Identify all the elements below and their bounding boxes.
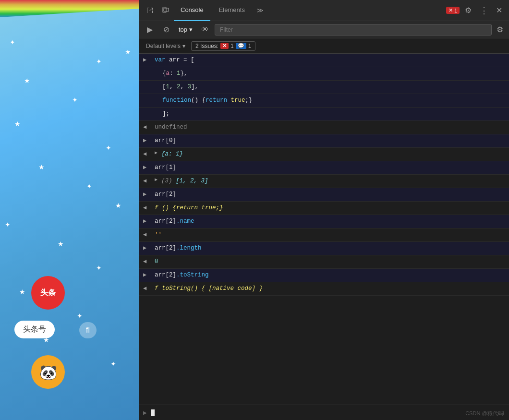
toutiao-label-pill[interactable]: 头条号	[14, 321, 55, 338]
star-decoration: ★	[58, 240, 64, 248]
console-input-arr0[interactable]: ▶ arr[0]	[139, 134, 509, 148]
console-output-arr2tostring: ◀ f toString() { [native code] }	[139, 282, 509, 296]
console-output-undefined: ◀ undefined	[139, 121, 509, 134]
devtools-console-toolbar: ▶ ⊘ top ▾ 👁 ⚙	[139, 21, 509, 38]
star-decoration: ✦	[10, 38, 15, 46]
context-value: top	[179, 26, 187, 33]
watermark: CSDN @猿代码i	[465, 410, 504, 417]
expand-array-icon[interactable]: ▶	[155, 176, 160, 182]
output-arrow: ◀	[143, 230, 153, 240]
output-arrow: ◀	[143, 284, 153, 293]
right-partial-label: fl	[79, 322, 97, 338]
devtools-tab-bar: Console Elements ≫ ✕ 1 ⚙ ⋮ ✕	[139, 0, 509, 21]
output-arrow: ◀	[143, 122, 153, 132]
inspect-element-icon[interactable]	[143, 4, 157, 17]
input-arrow: ▶	[143, 270, 153, 280]
input-arrow: ▶	[143, 136, 153, 145]
input-arrow: ▶	[143, 190, 153, 199]
console-output-arr2: ◀ f () {return true;}	[139, 202, 509, 215]
browser-page: ✦ ✦ ★ ✦ ★ ✦ ★ ✦ ★ ✦ ★ ✦ ★ ✦ ★ ✦ ★ 头条 头条号…	[0, 0, 139, 420]
context-selector[interactable]: top ▾	[176, 25, 195, 34]
star-decoration: ★	[125, 48, 131, 56]
toutiao-icon-text: 头条	[40, 288, 56, 298]
console-output-arr0[interactable]: ◀ ▶ {a: 1}	[139, 148, 509, 161]
issues-warn-icon: 💬	[236, 43, 246, 49]
eye-icon: 👁	[201, 25, 209, 34]
console-input-array: [1, 2, 3],	[139, 81, 509, 94]
expand-object-icon[interactable]: ▶	[155, 149, 160, 155]
console-input-obj: {a: 1},	[139, 67, 509, 81]
console-input-arr1[interactable]: ▶ arr[1]	[139, 161, 509, 175]
issues-label: 2 Issues:	[195, 43, 218, 49]
console-cursor	[151, 409, 155, 416]
chevron-right-icon: ≫	[257, 7, 264, 14]
console-output-arr2name: ◀ ''	[139, 228, 509, 242]
console-settings-icon[interactable]: ⚙	[495, 24, 505, 35]
clear-console-button[interactable]: ⊘	[159, 23, 173, 36]
toutiao-app-icon[interactable]: 头条	[31, 276, 65, 310]
output-arrow: ◀	[143, 203, 153, 213]
output-arrow: ◀	[143, 149, 153, 159]
console-input-close: ];	[139, 108, 509, 121]
console-input-function: function() {return true;}	[139, 94, 509, 108]
devtools-panel: Console Elements ≫ ✕ 1 ⚙ ⋮ ✕ ▶	[139, 0, 509, 420]
devtools-levels-toolbar: Default levels ▾ 2 Issues: ✕ 1 💬 1	[139, 38, 509, 54]
output-arrow: ◀	[143, 176, 153, 186]
issues-badge[interactable]: 2 Issues: ✕ 1 💬 1	[191, 41, 255, 51]
dropdown-arrow-icon: ▾	[189, 26, 193, 33]
more-options-button[interactable]: ⋮	[477, 5, 491, 16]
console-input-arr2name[interactable]: ▶ arr[2].name	[139, 215, 509, 228]
star-decoration: ★	[14, 120, 21, 128]
tab-console[interactable]: Console	[174, 0, 210, 21]
console-input-arr2length[interactable]: ▶ arr[2].length	[139, 242, 509, 255]
console-output-arr1[interactable]: ◀ ▶ (3) [1, 2, 3]	[139, 175, 509, 188]
star-decoration: ✦	[86, 182, 92, 190]
error-count-badge[interactable]: ✕ 1	[446, 7, 460, 14]
settings-icon[interactable]: ⚙	[461, 4, 475, 17]
input-arrow: ▶	[143, 216, 153, 226]
console-input-arr2tostring[interactable]: ▶ arr[2].toString	[139, 269, 509, 282]
star-decoration: ★	[24, 77, 30, 84]
issues-error-count: 1	[230, 43, 234, 49]
close-devtools-button[interactable]: ✕	[493, 6, 505, 15]
issues-error-icon: ✕	[220, 43, 229, 49]
star-decoration: ✦	[77, 312, 83, 320]
console-output-arr2length: ◀ 0	[139, 255, 509, 269]
device-toggle-icon[interactable]	[158, 4, 172, 17]
devtools-content: Console Elements ≫ ✕ 1 ⚙ ⋮ ✕ ▶	[139, 0, 509, 420]
levels-dropdown-icon: ▾	[182, 43, 185, 49]
console-input-arr2[interactable]: ▶ arr[2]	[139, 188, 509, 202]
star-decoration: ✦	[106, 144, 111, 152]
sidebar-toggle-button[interactable]: ▶	[143, 23, 157, 36]
star-decoration: ✦	[5, 221, 11, 228]
error-x-icon: ✕	[448, 7, 453, 13]
tab-elements[interactable]: Elements	[212, 0, 252, 21]
input-arrow: ▶	[143, 163, 153, 172]
star-decoration: ★	[19, 288, 25, 296]
console-output-area: ▶ var arr = [ {a: 1}, [1, 2, 3], functio…	[139, 54, 509, 405]
block-icon: ⊘	[163, 25, 170, 34]
console-prompt-symbol: ▶	[143, 409, 147, 416]
input-arrow: ▶	[143, 243, 153, 253]
console-input-area[interactable]: ▶	[139, 405, 509, 420]
console-input-arr-decl[interactable]: ▶ var arr = [	[139, 54, 509, 67]
levels-label: Default levels	[146, 43, 181, 49]
mascot-app-icon[interactable]: 🐼	[31, 355, 65, 389]
star-decoration: ✦	[96, 58, 102, 65]
more-tabs-icon[interactable]: ≫	[254, 4, 267, 17]
star-decoration: ✦	[72, 96, 78, 104]
output-arrow: ◀	[143, 257, 153, 266]
star-decoration: ✦	[110, 360, 116, 368]
eye-icon-button[interactable]: 👁	[198, 23, 212, 36]
star-decoration: ★	[38, 163, 45, 171]
sidebar-arrow-icon: ▶	[147, 25, 153, 34]
rainbow-decoration	[0, 0, 139, 29]
star-decoration: ✦	[96, 264, 102, 272]
issues-warn-count: 1	[248, 43, 252, 49]
error-count: 1	[454, 8, 457, 13]
expand-arrow[interactable]: ▶	[143, 55, 153, 65]
console-filter-input[interactable]	[215, 24, 492, 36]
default-levels-button[interactable]: Default levels ▾	[143, 42, 188, 50]
star-decoration: ★	[115, 202, 121, 209]
toutiao-label: 头条号	[23, 325, 46, 333]
